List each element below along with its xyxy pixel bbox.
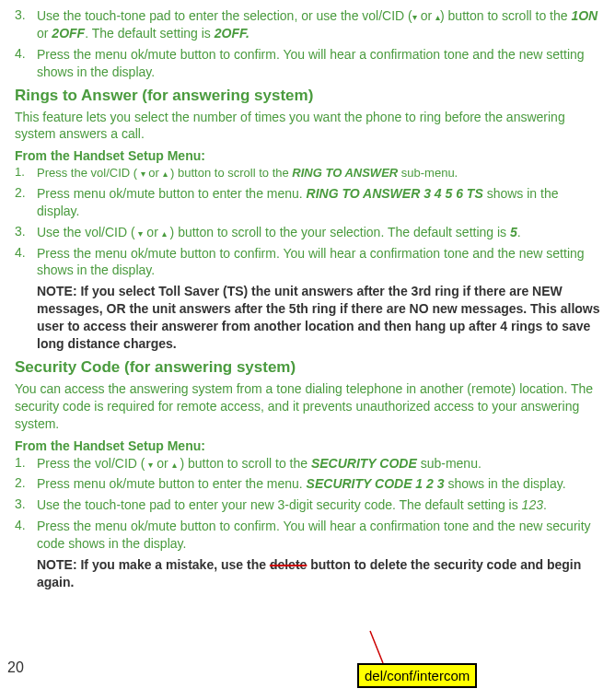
list-text: Use the touch-tone pad to enter the sele…	[37, 7, 600, 42]
section-continuation: 3. Use the touch-tone pad to enter the s…	[15, 7, 600, 81]
heading-security: Security Code (for answering system)	[15, 358, 600, 377]
callout-annotation: del/conf/intercom	[357, 663, 477, 688]
list-number: 3.	[15, 496, 37, 514]
list-item-4: 4. Press the menu ok/mute button to conf…	[15, 245, 600, 280]
list-text: Press menu ok/mute button to enter the m…	[37, 475, 600, 493]
intro-rings: This feature lets you select the number …	[15, 109, 600, 144]
list-text: Use the touch-tone pad to enter your new…	[37, 496, 600, 514]
list-text: Use the vol/CID ( or ) button to scroll …	[37, 224, 600, 241]
list-item-1: 1. Press the vol/CID ( or ) button to sc…	[15, 165, 600, 181]
list-item-2: 2. Press menu ok/mute button to enter th…	[15, 185, 600, 220]
list-item-3: 3. Use the touch-tone pad to enter your …	[15, 496, 600, 514]
note-security: NOTE: If you make a mistake, use the del…	[37, 556, 600, 591]
subheading-rings: From the Handset Setup Menu:	[15, 148, 600, 163]
subheading-security: From the Handset Setup Menu:	[15, 438, 600, 453]
list-item-3: 3. Use the vol/CID ( or ) button to scro…	[15, 224, 600, 241]
list-number: 4.	[15, 46, 37, 81]
strike-delete: delete	[270, 557, 307, 572]
list-number: 4.	[15, 518, 37, 553]
list-number: 2.	[15, 475, 37, 493]
list-number: 3.	[15, 7, 37, 42]
heading-rings: Rings to Answer (for answering system)	[15, 87, 600, 105]
list-text: Press the menu ok/mute button to confirm…	[37, 518, 600, 553]
list-text: Press menu ok/mute button to enter the m…	[37, 185, 600, 220]
list-text: Press the vol/CID ( or ) button to scrol…	[37, 455, 600, 472]
list-item-4: 4. Press the menu ok/mute button to conf…	[15, 46, 600, 81]
list-number: 4.	[15, 245, 37, 280]
list-item-1: 1. Press the vol/CID ( or ) button to sc…	[15, 455, 600, 472]
page-number: 20	[7, 659, 24, 676]
list-number: 3.	[15, 224, 37, 241]
list-item-4: 4. Press the menu ok/mute button to conf…	[15, 518, 600, 553]
list-item-2: 2. Press menu ok/mute button to enter th…	[15, 475, 600, 493]
note-rings: NOTE: If you select Toll Saver (TS) the …	[37, 283, 600, 353]
list-text: Press the vol/CID ( or ) button to scrol…	[37, 165, 600, 181]
list-text: Press the menu ok/mute button to confirm…	[37, 245, 600, 280]
list-number: 1.	[15, 165, 37, 181]
list-item-3: 3. Use the touch-tone pad to enter the s…	[15, 7, 600, 42]
list-number: 1.	[15, 455, 37, 472]
intro-security: You can access the answering system from…	[15, 380, 600, 433]
svg-line-0	[370, 631, 383, 663]
list-text: Press the menu ok/mute button to confirm…	[37, 46, 600, 81]
list-number: 2.	[15, 185, 37, 220]
